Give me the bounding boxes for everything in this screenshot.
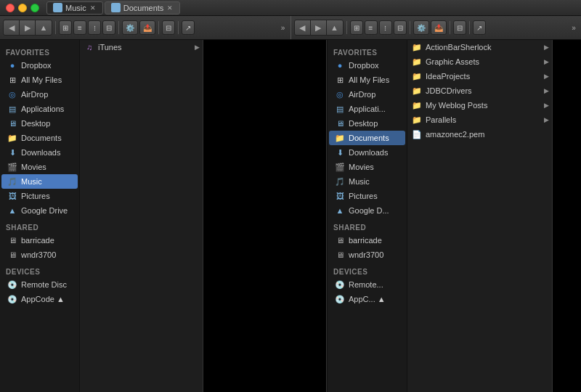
view-icon-left[interactable]: ⊞	[59, 20, 72, 35]
sidebar-item-applications-right[interactable]: ▤ Applicati...	[329, 102, 405, 116]
tab-documents[interactable]: Documents ✕	[105, 1, 181, 15]
file-item-graphicassets[interactable]: 📁 Graphic Assets ▶	[407, 54, 552, 69]
sep1	[55, 21, 56, 34]
sidebar-item-remotedisc-left[interactable]: 💿 Remote Disc	[1, 277, 78, 292]
sidebar-item-desktop-left[interactable]: 🖥 Desktop	[1, 116, 78, 131]
pictures-icon-r: 🖼	[335, 191, 345, 201]
sidebar-item-dropbox-right[interactable]: ● Dropbox	[329, 58, 405, 73]
sidebar-item-airdrop-left[interactable]: ◎ AirDrop	[1, 87, 78, 102]
documents-icon-r: 📁	[335, 133, 345, 143]
action-btn-right[interactable]: ⚙️	[413, 20, 429, 35]
amazonpem-icon: 📄	[412, 129, 422, 139]
appcode-icon-r: 💿	[335, 294, 345, 304]
nav-buttons-left: ◀ ▶ ▲	[3, 20, 52, 36]
sidebar-item-appcode-left[interactable]: 💿 AppCode ▲	[1, 292, 78, 306]
googledrive-icon: ▲	[7, 205, 17, 216]
sidebar-item-movies-right[interactable]: 🎬 Movies	[329, 160, 405, 174]
tab-music-close[interactable]: ✕	[89, 4, 97, 12]
parallels-arrow: ▶	[544, 116, 549, 123]
applications-icon: ▤	[7, 104, 17, 114]
tab-documents-close[interactable]: ✕	[166, 4, 174, 12]
sidebar-item-barricade-left[interactable]: 🖥 barricade	[1, 233, 78, 248]
sidebar-item-desktop-right[interactable]: 🖥 Desktop	[329, 116, 405, 131]
close-button[interactable]	[6, 4, 15, 12]
view-flow-left[interactable]: ⊟	[102, 20, 115, 35]
minimize-button[interactable]	[18, 4, 27, 12]
allfiles-icon-r: ⊞	[335, 75, 345, 85]
ideaprojects-icon: 📁	[412, 71, 422, 81]
actionsherlock-icon: 📁	[412, 42, 422, 52]
sidebar-item-remotedisc-right[interactable]: 💿 Remote...	[329, 277, 405, 292]
column-right-2	[553, 40, 581, 392]
barricade-icon-r: 🖥	[335, 235, 345, 245]
sidebar-item-pictures-left[interactable]: 🖼 Pictures	[1, 189, 78, 203]
up-button-left[interactable]: ▲	[36, 20, 52, 35]
view-col-left[interactable]: ⫶	[88, 20, 101, 35]
back-button-right[interactable]: ◀	[295, 20, 311, 35]
view-icon-right[interactable]: ⊞	[350, 20, 363, 35]
sep8	[469, 21, 470, 34]
desktop-icon-r: 🖥	[335, 118, 345, 128]
myweblogposts-icon: 📁	[412, 100, 422, 110]
arrange-btn-right[interactable]: ⊟	[453, 20, 466, 35]
share-btn2-right[interactable]: ↗	[473, 20, 486, 35]
file-item-amazonpem[interactable]: 📄 amazonec2.pem	[407, 127, 552, 142]
view-col-right[interactable]: ⫶	[379, 20, 392, 35]
sidebar-item-appcode-right[interactable]: 💿 AppC... ▲	[329, 292, 405, 306]
sidebar-item-allfiles-left[interactable]: ⊞ All My Files	[1, 73, 78, 87]
sidebar-item-barricade-right[interactable]: 🖥 barricade	[329, 233, 405, 248]
sidebar-item-pictures-right[interactable]: 🖼 Pictures	[329, 189, 405, 203]
ideaprojects-arrow: ▶	[544, 73, 549, 80]
more-left[interactable]: »	[279, 20, 288, 35]
view-list-left[interactable]: ≡	[73, 20, 86, 35]
sidebar-item-wndr-left[interactable]: 🖥 wndr3700	[1, 248, 78, 262]
desktop-icon: 🖥	[7, 118, 17, 128]
tab-music[interactable]: Music ✕	[46, 1, 103, 15]
file-item-jdbcdrivers[interactable]: 📁 JDBCDrivers ▶	[407, 83, 552, 98]
forward-button-right[interactable]: ▶	[311, 20, 327, 35]
more-right[interactable]: »	[569, 20, 578, 35]
movies-icon: 🎬	[7, 162, 17, 172]
column-right-1: 📁 ActionBarSherlock ▶ 📁 Graphic Assets ▶…	[407, 40, 553, 392]
sidebar-item-documents-right[interactable]: 📁 Documents	[329, 131, 405, 145]
sidebar-item-airdrop-right[interactable]: ◎ AirDrop	[329, 87, 405, 102]
forward-button-left[interactable]: ▶	[20, 20, 36, 35]
sidebar-item-googledrive-right[interactable]: ▲ Google D...	[329, 203, 405, 218]
googledrive-icon-r: ▲	[335, 205, 345, 216]
sep3	[158, 21, 159, 34]
action-btn-left[interactable]: ⚙️	[122, 20, 138, 35]
arrange-btn-left[interactable]: ⊟	[162, 20, 175, 35]
sidebar-item-allfiles-right[interactable]: ⊞ All My Files	[329, 73, 405, 87]
wndr-icon-r: 🖥	[335, 250, 345, 260]
file-item-parallels[interactable]: 📁 Parallels ▶	[407, 113, 552, 127]
sidebar-item-music-right[interactable]: 🎵 Music	[329, 174, 405, 189]
window-controls	[6, 4, 39, 12]
sidebar-item-downloads-right[interactable]: ⬇ Downloads	[329, 145, 405, 160]
itunes-icon: ♫	[84, 42, 94, 52]
remotedisc-icon-r: 💿	[335, 279, 345, 290]
share-btn2-left[interactable]: ↗	[182, 20, 195, 35]
share-btn-right[interactable]: 📤	[431, 20, 447, 35]
sidebar-item-music-left[interactable]: 🎵 Music	[1, 174, 78, 189]
back-button-left[interactable]: ◀	[4, 20, 20, 35]
toolbar-left: ◀ ▶ ▲ ⊞ ≡ ⫶ ⊟ ⚙️ 📤 ⊟ ↗ »	[0, 16, 291, 39]
share-btn-left[interactable]: 📤	[139, 20, 155, 35]
up-button-right[interactable]: ▲	[327, 20, 343, 35]
sidebar-item-movies-left[interactable]: 🎬 Movies	[1, 160, 78, 174]
view-flow-right[interactable]: ⊟	[394, 20, 407, 35]
finder-window-documents: FAVORITES ● Dropbox ⊞ All My Files ◎ Air…	[328, 40, 581, 392]
sidebar-item-documents-left[interactable]: 📁 Documents	[1, 131, 78, 145]
file-item-actionsherlock[interactable]: 📁 ActionBarSherlock ▶	[407, 40, 552, 54]
file-item-ideaprojects[interactable]: 📁 IdeaProjects ▶	[407, 69, 552, 83]
sidebar-item-wndr-right[interactable]: 🖥 wndr3700	[329, 248, 405, 262]
sidebar-item-googledrive-left[interactable]: ▲ Google Drive	[1, 203, 78, 218]
sidebar-item-applications-left[interactable]: ▤ Applications	[1, 102, 78, 116]
sidebar-item-downloads-left[interactable]: ⬇ Downloads	[1, 145, 78, 160]
allfiles-icon: ⊞	[7, 75, 17, 85]
file-item-itunes[interactable]: ♫ iTunes ▶	[80, 40, 203, 54]
file-item-myweblogposts[interactable]: 📁 My Weblog Posts ▶	[407, 98, 552, 113]
sidebar-item-dropbox-left[interactable]: ● Dropbox	[1, 58, 78, 73]
favorites-header-right: FAVORITES	[328, 43, 407, 58]
maximize-button[interactable]	[31, 4, 39, 12]
view-list-right[interactable]: ≡	[365, 20, 378, 35]
